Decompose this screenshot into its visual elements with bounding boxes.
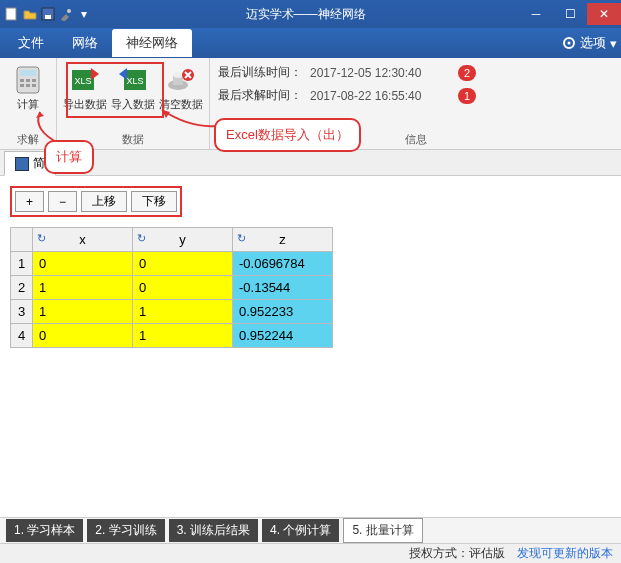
svg-text:XLS: XLS bbox=[74, 76, 91, 86]
remove-row-button[interactable]: − bbox=[48, 191, 77, 212]
col-x[interactable]: ↻x bbox=[33, 228, 133, 252]
svg-point-3 bbox=[67, 9, 71, 13]
refresh-icon: ↻ bbox=[137, 232, 146, 245]
badge: 1 bbox=[458, 88, 476, 104]
menubar: 文件 网络 神经网络 选项 ▾ bbox=[0, 28, 621, 58]
svg-rect-12 bbox=[26, 84, 30, 87]
callout-excel: Excel数据导入（出） bbox=[214, 118, 361, 152]
calc-icon bbox=[12, 64, 44, 96]
svg-rect-13 bbox=[32, 84, 36, 87]
titlebar: ▾ 迈实学术——神经网络 ─ ☐ ✕ bbox=[0, 0, 621, 28]
svg-rect-8 bbox=[20, 79, 24, 82]
gear-icon bbox=[562, 36, 576, 50]
tab-training[interactable]: 2. 学习训练 bbox=[87, 519, 164, 542]
add-row-button[interactable]: + bbox=[15, 191, 44, 212]
refresh-icon: ↻ bbox=[37, 232, 46, 245]
save-icon[interactable] bbox=[40, 6, 56, 22]
callout-calc: 计算 bbox=[44, 140, 94, 174]
maximize-button[interactable]: ☐ bbox=[553, 3, 587, 25]
cube-icon bbox=[15, 157, 29, 171]
dropdown-icon[interactable]: ▾ bbox=[76, 6, 92, 22]
clear-icon bbox=[165, 64, 197, 96]
svg-point-20 bbox=[173, 72, 183, 78]
tab-batch[interactable]: 5. 批量计算 bbox=[343, 518, 422, 543]
bottom-tabs: 1. 学习样本 2. 学习训练 3. 训练后结果 4. 个例计算 5. 批量计算 bbox=[0, 517, 621, 543]
statusbar: 授权方式：评估版 发现可更新的版本 bbox=[0, 543, 621, 563]
minimize-button[interactable]: ─ bbox=[519, 3, 553, 25]
xls-export-icon: XLS bbox=[69, 64, 101, 96]
update-link[interactable]: 发现可更新的版本 bbox=[517, 545, 613, 562]
tab-results[interactable]: 3. 训练后结果 bbox=[169, 519, 258, 542]
license-text: 授权方式：评估版 bbox=[409, 545, 505, 562]
svg-text:XLS: XLS bbox=[126, 76, 143, 86]
svg-rect-7 bbox=[20, 70, 36, 76]
options-menu[interactable]: 选项 ▾ bbox=[562, 34, 617, 52]
svg-point-5 bbox=[568, 42, 571, 45]
info-row-train: 最后训练时间： 2017-12-05 12:30:40 2 bbox=[218, 64, 613, 81]
table-row[interactable]: 3 1 1 0.952233 bbox=[11, 300, 333, 324]
svg-rect-0 bbox=[6, 8, 16, 20]
table-row[interactable]: 1 0 0 -0.0696784 bbox=[11, 252, 333, 276]
svg-rect-2 bbox=[45, 15, 51, 19]
row-toolbar: + − 上移 下移 bbox=[10, 186, 182, 217]
import-button[interactable]: XLS 导入数据 bbox=[109, 60, 157, 130]
col-y[interactable]: ↻y bbox=[133, 228, 233, 252]
window-title: 迈实学术——神经网络 bbox=[92, 6, 519, 23]
refresh-icon: ↻ bbox=[237, 232, 246, 245]
tab-single[interactable]: 4. 个例计算 bbox=[262, 519, 339, 542]
tools-icon[interactable] bbox=[58, 6, 74, 22]
close-button[interactable]: ✕ bbox=[587, 3, 621, 25]
tab-samples[interactable]: 1. 学习样本 bbox=[6, 519, 83, 542]
xls-import-icon: XLS bbox=[117, 64, 149, 96]
info-row-solve: 最后求解时间： 2017-08-22 16:55:40 1 bbox=[218, 87, 613, 104]
corner-cell bbox=[11, 228, 33, 252]
new-icon[interactable] bbox=[4, 6, 20, 22]
table-row[interactable]: 4 0 1 0.952244 bbox=[11, 324, 333, 348]
data-table[interactable]: ↻x ↻y ↻z 1 0 0 -0.0696784 2 1 0 -0.13544… bbox=[10, 227, 333, 348]
svg-rect-9 bbox=[26, 79, 30, 82]
table-row[interactable]: 2 1 0 -0.13544 bbox=[11, 276, 333, 300]
content-area: + − 上移 下移 ↻x ↻y ↻z 1 0 0 -0.0696784 2 1 … bbox=[0, 176, 621, 358]
badge: 2 bbox=[458, 65, 476, 81]
col-z[interactable]: ↻z bbox=[233, 228, 333, 252]
move-down-button[interactable]: 下移 bbox=[131, 191, 177, 212]
menu-file[interactable]: 文件 bbox=[4, 29, 58, 57]
move-up-button[interactable]: 上移 bbox=[81, 191, 127, 212]
svg-rect-11 bbox=[20, 84, 24, 87]
open-icon[interactable] bbox=[22, 6, 38, 22]
menu-neural-network[interactable]: 神经网络 bbox=[112, 29, 192, 57]
svg-rect-10 bbox=[32, 79, 36, 82]
menu-network[interactable]: 网络 bbox=[58, 29, 112, 57]
